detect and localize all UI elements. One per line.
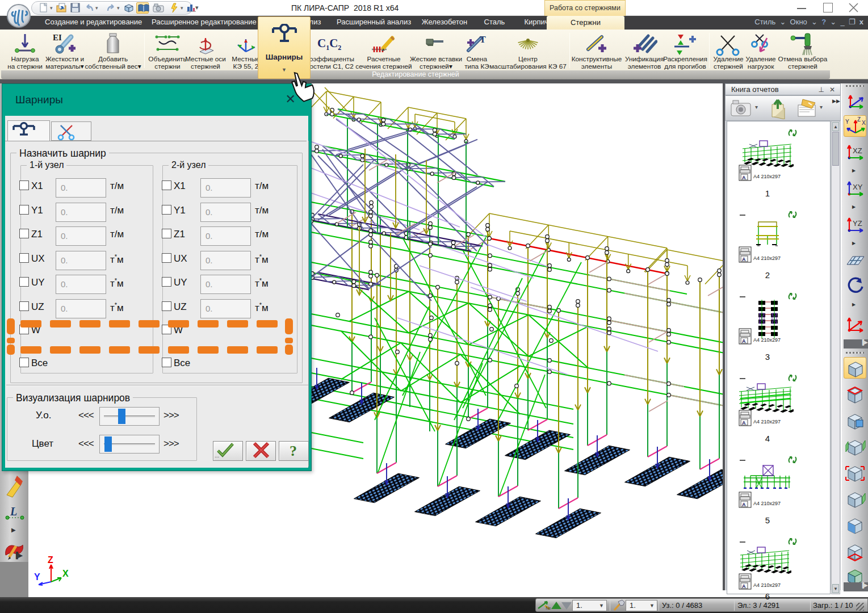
svg-text:№: № xyxy=(546,606,551,611)
svg-text:A: A xyxy=(742,338,746,344)
svg-text:Z: Z xyxy=(48,556,53,565)
svg-text:A: A xyxy=(742,257,746,262)
svg-text:A: A xyxy=(742,420,746,426)
svg-text:A: A xyxy=(742,583,746,589)
svg-text:L: L xyxy=(10,505,17,518)
svg-text:Y: Y xyxy=(34,572,40,582)
svg-text:A: A xyxy=(742,175,746,180)
svg-text:EI: EI xyxy=(53,33,62,42)
svg-text:C1C2: C1C2 xyxy=(317,36,341,52)
svg-text:T: T xyxy=(480,35,486,44)
svg-text:X: X xyxy=(62,569,69,578)
svg-text:YZ: YZ xyxy=(853,219,862,228)
svg-text:X: X xyxy=(862,120,866,126)
svg-text:...: ... xyxy=(215,452,219,459)
svg-text:A: A xyxy=(742,502,746,507)
svg-text:?: ? xyxy=(290,443,297,459)
svg-text:Y: Y xyxy=(845,119,849,125)
svg-text:XY: XY xyxy=(853,183,863,191)
svg-text:Z: Z xyxy=(857,116,861,123)
svg-text:XZ: XZ xyxy=(853,146,862,155)
